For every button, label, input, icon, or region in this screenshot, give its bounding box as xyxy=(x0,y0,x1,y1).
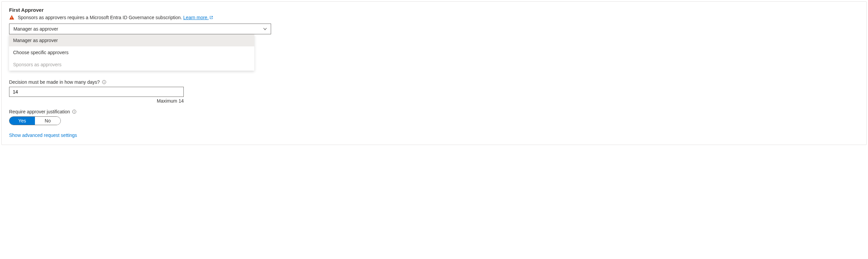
dropdown-option-specific[interactable]: Choose specific approvers xyxy=(9,47,254,59)
learn-more-text: Learn more. xyxy=(183,15,209,20)
warning-message-text: Sponsors as approvers requires a Microso… xyxy=(18,15,182,20)
toggle-yes[interactable]: Yes xyxy=(9,117,35,125)
justification-toggle[interactable]: Yes No xyxy=(9,116,61,125)
svg-rect-3 xyxy=(104,82,104,83)
external-link-icon xyxy=(209,16,213,20)
info-icon[interactable] xyxy=(72,109,76,114)
section-title: First Approver xyxy=(9,7,859,13)
decision-days-field: Decision must be made in how many days? … xyxy=(9,79,859,104)
decision-days-input[interactable] xyxy=(9,87,184,97)
approver-dropdown-button[interactable]: Manager as approver xyxy=(9,24,271,34)
svg-rect-4 xyxy=(104,81,104,81)
svg-rect-1 xyxy=(11,19,12,19)
approver-dropdown-selected: Manager as approver xyxy=(13,26,58,32)
dropdown-option-sponsors: Sponsors as approvers xyxy=(9,59,254,70)
require-justification-label: Require approver justification xyxy=(9,109,70,114)
show-advanced-link[interactable]: Show advanced request settings xyxy=(9,133,77,138)
decision-days-helper: Maximum 14 xyxy=(9,98,184,104)
first-approver-panel: First Approver Sponsors as approvers req… xyxy=(1,1,867,145)
dropdown-option-manager[interactable]: Manager as approver xyxy=(9,34,254,47)
warning-row: Sponsors as approvers requires a Microso… xyxy=(9,15,859,20)
approver-dropdown-list: Manager as approver Choose specific appr… xyxy=(9,34,254,70)
svg-rect-7 xyxy=(74,111,74,111)
decision-days-label: Decision must be made in how many days? xyxy=(9,79,100,85)
svg-rect-6 xyxy=(74,111,74,113)
svg-rect-0 xyxy=(11,17,12,18)
approver-dropdown[interactable]: Manager as approver Manager as approver … xyxy=(9,24,271,34)
toggle-no[interactable]: No xyxy=(35,117,60,125)
warning-text: Sponsors as approvers requires a Microso… xyxy=(18,15,213,20)
learn-more-link[interactable]: Learn more. xyxy=(183,15,213,20)
info-icon[interactable] xyxy=(102,80,106,84)
chevron-down-icon xyxy=(263,27,268,31)
require-justification-field: Require approver justification Yes No xyxy=(9,109,859,125)
warning-icon xyxy=(9,15,14,20)
